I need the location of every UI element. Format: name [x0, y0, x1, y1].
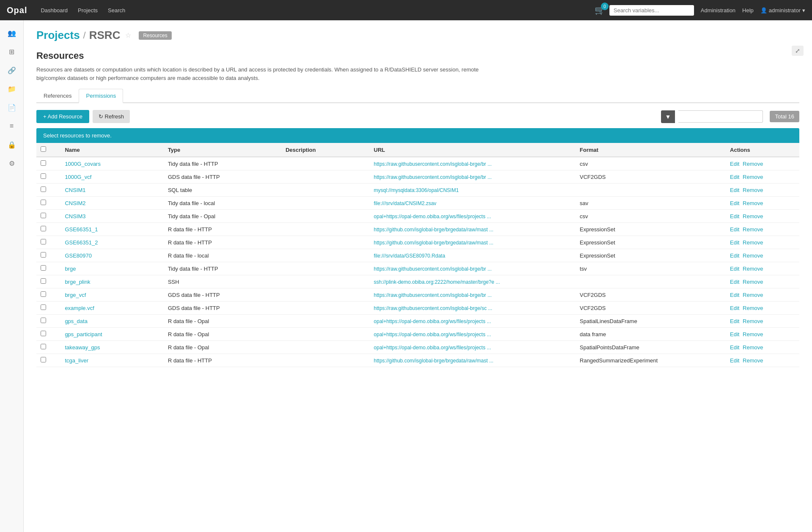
remove-button-8[interactable]: Remove — [743, 266, 763, 272]
edit-button-4[interactable]: Edit — [730, 213, 739, 219]
remove-button-10[interactable]: Remove — [743, 292, 763, 298]
sidebar-icon-users[interactable]: 👥 — [4, 25, 19, 41]
resource-name-4[interactable]: CNSIM3 — [65, 213, 85, 219]
row-checkbox-2[interactable] — [41, 186, 46, 192]
tab-permissions[interactable]: Permissions — [79, 89, 123, 103]
row-checkbox-13[interactable] — [41, 331, 46, 336]
edit-button-1[interactable]: Edit — [730, 174, 739, 180]
resource-url-7[interactable]: file:///srv/data/GSE80970.Rdata — [374, 253, 445, 259]
edit-button-12[interactable]: Edit — [730, 318, 739, 324]
row-checkbox-5[interactable] — [41, 226, 46, 231]
row-checkbox-9[interactable] — [41, 278, 46, 284]
resource-name-2[interactable]: CNSIM1 — [65, 187, 85, 193]
nav-search[interactable]: Search — [103, 1, 130, 19]
brand[interactable]: Opal — [7, 5, 27, 15]
resource-url-6[interactable]: https://github.com/isglobal-brge/brgedat… — [374, 240, 494, 246]
row-checkbox-8[interactable] — [41, 265, 46, 271]
filter-input[interactable] — [678, 110, 763, 123]
remove-button-5[interactable]: Remove — [743, 226, 763, 233]
edit-button-6[interactable]: Edit — [730, 239, 739, 246]
remove-button-11[interactable]: Remove — [743, 305, 763, 311]
sidebar-icon-links[interactable]: 🔗 — [4, 63, 19, 78]
edit-button-3[interactable]: Edit — [730, 200, 739, 206]
row-checkbox-1[interactable] — [41, 173, 46, 179]
nav-dashboard[interactable]: Dashboard — [36, 1, 73, 19]
resource-url-9[interactable]: ssh://plink-demo.obiba.org:2222/home/mas… — [374, 279, 500, 285]
expand-button[interactable]: ⤢ — [792, 46, 804, 56]
edit-button-9[interactable]: Edit — [730, 279, 739, 285]
resource-name-10[interactable]: brge_vcf — [65, 292, 86, 298]
resource-url-0[interactable]: https://raw.githubusercontent.com/isglob… — [374, 161, 492, 167]
sidebar-icon-tasks[interactable]: ≡ — [4, 118, 19, 134]
remove-button-4[interactable]: Remove — [743, 213, 763, 219]
breadcrumb-projects[interactable]: Projects — [36, 29, 80, 42]
search-input[interactable] — [609, 5, 694, 16]
resource-name-5[interactable]: GSE66351_1 — [65, 226, 98, 233]
resource-name-8[interactable]: brge — [65, 266, 76, 272]
select-all-checkbox[interactable] — [41, 146, 46, 152]
remove-button-9[interactable]: Remove — [743, 279, 763, 285]
edit-button-11[interactable]: Edit — [730, 305, 739, 311]
resource-url-13[interactable]: opal+https://opal-demo.obiba.org/ws/file… — [374, 332, 491, 337]
resource-url-4[interactable]: opal+https://opal-demo.obiba.org/ws/file… — [374, 214, 491, 219]
row-checkbox-14[interactable] — [41, 344, 46, 349]
sidebar-icon-reports[interactable]: 📄 — [4, 100, 19, 115]
remove-button-14[interactable]: Remove — [743, 344, 763, 351]
add-resource-button[interactable]: + Add Resource — [36, 110, 89, 123]
resource-name-9[interactable]: brge_plink — [65, 279, 90, 285]
refresh-button[interactable]: ↻ Refresh — [93, 110, 130, 123]
remove-button-1[interactable]: Remove — [743, 174, 763, 180]
star-icon[interactable]: ☆ — [125, 31, 131, 39]
resource-name-0[interactable]: 1000G_covars — [65, 161, 101, 167]
resource-name-13[interactable]: gps_participant — [65, 331, 102, 337]
nav-projects[interactable]: Projects — [73, 1, 103, 19]
resource-url-12[interactable]: opal+https://opal-demo.obiba.org/ws/file… — [374, 318, 491, 324]
resource-url-10[interactable]: https://raw.githubusercontent.com/isglob… — [374, 292, 492, 298]
resource-url-14[interactable]: opal+https://opal-demo.obiba.org/ws/file… — [374, 345, 491, 351]
edit-button-15[interactable]: Edit — [730, 357, 739, 364]
nav-help[interactable]: Help — [742, 7, 754, 14]
remove-button-7[interactable]: Remove — [743, 252, 763, 259]
edit-button-13[interactable]: Edit — [730, 331, 739, 337]
resource-name-6[interactable]: GSE66351_2 — [65, 239, 98, 246]
resource-url-11[interactable]: https://raw.githubusercontent.com/isglob… — [374, 305, 492, 311]
sidebar-icon-settings[interactable]: ⚙ — [4, 156, 19, 171]
remove-button-15[interactable]: Remove — [743, 357, 763, 364]
row-checkbox-4[interactable] — [41, 213, 46, 218]
edit-button-10[interactable]: Edit — [730, 292, 739, 298]
row-checkbox-0[interactable] — [41, 160, 46, 166]
row-checkbox-3[interactable] — [41, 200, 46, 205]
resource-url-3[interactable]: file:///srv/data/CNSIM2.zsav — [374, 200, 436, 206]
resource-url-5[interactable]: https://github.com/isglobal-brge/brgedat… — [374, 227, 494, 233]
cart-button[interactable]: 🛒 0 — [595, 5, 605, 15]
filter-icon[interactable]: ▼ — [661, 110, 675, 123]
edit-button-14[interactable]: Edit — [730, 344, 739, 351]
resource-name-11[interactable]: example.vcf — [65, 305, 94, 311]
resource-name-7[interactable]: GSE80970 — [65, 252, 92, 259]
row-checkbox-10[interactable] — [41, 291, 46, 297]
row-checkbox-12[interactable] — [41, 318, 46, 323]
row-checkbox-15[interactable] — [41, 357, 46, 362]
row-checkbox-11[interactable] — [41, 304, 46, 310]
nav-administration[interactable]: Administration — [701, 7, 735, 14]
sidebar-icon-files[interactable]: 📁 — [4, 81, 19, 96]
resource-name-14[interactable]: takeaway_gps — [65, 344, 100, 351]
remove-button-6[interactable]: Remove — [743, 239, 763, 246]
row-checkbox-6[interactable] — [41, 239, 46, 244]
sidebar-icon-tables[interactable]: ⊞ — [4, 44, 19, 59]
resource-url-1[interactable]: https://raw.githubusercontent.com/isglob… — [374, 174, 492, 180]
row-checkbox-7[interactable] — [41, 252, 46, 258]
resource-name-1[interactable]: 1000G_vcf — [65, 174, 91, 180]
resource-url-15[interactable]: https://github.com/isglobal-brge/brgedat… — [374, 358, 494, 364]
remove-button-2[interactable]: Remove — [743, 187, 763, 193]
edit-button-2[interactable]: Edit — [730, 187, 739, 193]
nav-user[interactable]: 👤 administrator ▾ — [760, 7, 805, 14]
remove-button-12[interactable]: Remove — [743, 318, 763, 324]
remove-button-3[interactable]: Remove — [743, 200, 763, 206]
resource-name-15[interactable]: tcga_liver — [65, 357, 88, 364]
edit-button-5[interactable]: Edit — [730, 226, 739, 233]
edit-button-8[interactable]: Edit — [730, 266, 739, 272]
remove-button-13[interactable]: Remove — [743, 331, 763, 337]
remove-button-0[interactable]: Remove — [743, 161, 763, 167]
tab-references[interactable]: References — [36, 89, 79, 102]
